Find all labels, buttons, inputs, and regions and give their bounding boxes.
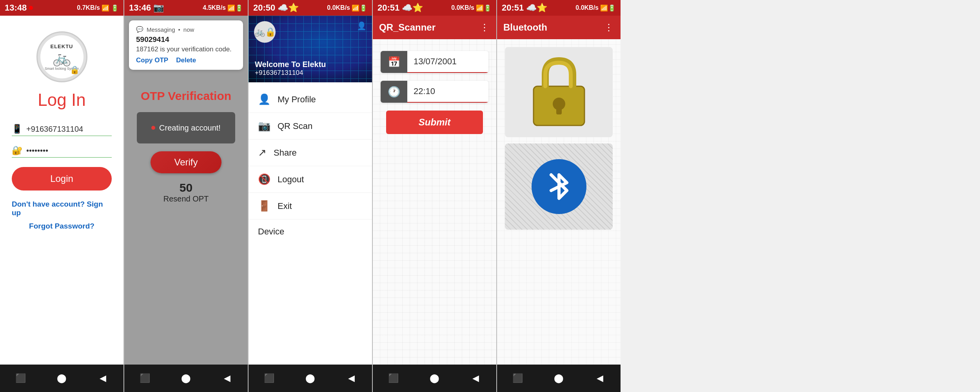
notif-body: 187162 is your verification code.	[136, 45, 236, 53]
menu-item-exit[interactable]: 🚪 Exit	[249, 193, 372, 220]
bottom-nav-qr: ⬛ ⬤ ◀	[373, 365, 496, 392]
lock-input-icon: 🔐	[12, 145, 22, 156]
bt-more-options[interactable]: ⋮	[604, 22, 614, 33]
menu-share-label: Share	[274, 148, 297, 158]
lock-icon-overlay: 🔒	[70, 65, 80, 74]
password-input[interactable]	[26, 146, 123, 155]
otp-section: OTP Verification Creating account! Verif…	[129, 78, 243, 215]
menu-item-qr[interactable]: 📷 QR Scan	[249, 113, 372, 140]
nav-home-btn-5[interactable]: ⬤	[551, 370, 567, 386]
nav-stop-btn[interactable]: ⬛	[13, 370, 29, 386]
status-bar-otp: 13:46 📷 4.5KB/s 📶🔋	[124, 0, 248, 16]
copy-otp-btn[interactable]: Copy OTP	[136, 56, 168, 64]
share-icon: ↗	[258, 147, 267, 159]
qr-icon: 📷	[258, 120, 270, 132]
notification-card: 💬 Messaging • now 59029414 187162 is you…	[129, 20, 243, 70]
notif-app: Messaging	[147, 26, 175, 33]
time-bt: 20:51	[502, 3, 524, 13]
nav-stop-btn-3[interactable]: ⬛	[261, 370, 277, 386]
menu-item-profile[interactable]: 👤 My Profile	[249, 86, 372, 113]
menu-phone: +916367131104	[255, 69, 366, 77]
date-input-row: 📅 13/07/2001	[381, 51, 488, 73]
bluetooth-screen: 20:51 ☁️⭐ 0.0KB/s 📶🔋 Bluetooth ⋮	[497, 0, 621, 392]
bt-toolbar: Bluetooth ⋮	[497, 16, 621, 39]
nav-back-btn-5[interactable]: ◀	[592, 370, 608, 386]
menu-user-icon: 👤	[357, 21, 367, 31]
otp-indicator-dot	[151, 126, 155, 130]
nav-back-btn-4[interactable]: ◀	[468, 370, 484, 386]
nav-home-btn-4[interactable]: ⬤	[427, 370, 443, 386]
phone-icon: 📱	[12, 124, 22, 134]
lock-svg	[528, 55, 590, 129]
otp-content: 💬 Messaging • now 59029414 187162 is you…	[124, 16, 248, 365]
resend-otp[interactable]: Resend OPT	[163, 194, 209, 203]
status-bar-bt: 20:51 ☁️⭐ 0.0KB/s 📶🔋	[497, 0, 621, 16]
time-value[interactable]: 22:10	[407, 81, 488, 103]
time-input-row: 🕐 22:10	[381, 81, 488, 103]
bt-bg-content	[497, 39, 621, 365]
qr-toolbar-title: QR_Scanner	[379, 22, 436, 33]
qr-scanner-screen: 20:51 ☁️⭐ 0.0KB/s 📶🔋 QR_Scanner ⋮ 📅 13/0…	[373, 0, 496, 392]
phone-input[interactable]	[26, 125, 123, 134]
signup-link[interactable]: Don't have account? Sign up	[12, 200, 112, 217]
qr-more-options[interactable]: ⋮	[480, 22, 490, 33]
bottom-nav-login: ⬛ ⬤ ◀	[0, 365, 123, 392]
submit-button[interactable]: Submit	[386, 111, 483, 134]
qr-toolbar: QR_Scanner ⋮	[373, 16, 496, 39]
bottom-nav-bt: ⬛ ⬤ ◀	[497, 365, 621, 392]
otp-title: OTP Verification	[141, 89, 231, 103]
password-input-row: 🔐	[12, 145, 112, 158]
status-bar-qr: 20:51 ☁️⭐ 0.0KB/s 📶🔋	[373, 0, 496, 16]
nav-back-btn-2[interactable]: ◀	[220, 370, 235, 386]
menu-list: 👤 My Profile 📷 QR Scan ↗ Share 📵 Logout …	[249, 82, 372, 365]
menu-qr-label: QR Scan	[278, 121, 312, 131]
menu-header: 🚲🔒 👤 Welcome To Elektu +916367131104	[249, 16, 372, 82]
time-login: 13:48	[5, 3, 27, 13]
otp-counter: 50	[180, 181, 192, 194]
lock-image-box	[505, 47, 613, 137]
nav-back-btn[interactable]: ◀	[95, 370, 111, 386]
nav-home-btn-3[interactable]: ⬤	[303, 370, 318, 386]
brand-name: ELEKTU	[51, 44, 73, 49]
otp-status: Creating account!	[159, 123, 221, 132]
nav-back-btn-3[interactable]: ◀	[344, 370, 359, 386]
date-value[interactable]: 13/07/2001	[407, 51, 488, 73]
menu-welcome: Welcome To Elektu	[255, 60, 366, 69]
nav-home-btn[interactable]: ⬤	[54, 370, 70, 386]
time-qr: 20:51	[377, 3, 399, 13]
calendar-icon: 📅	[381, 51, 407, 73]
notif-sender: 59029414	[136, 35, 236, 44]
bluetooth-circle[interactable]	[532, 159, 586, 214]
menu-item-logout[interactable]: 📵 Logout	[249, 166, 372, 193]
status-bar-login: 13:48 0.7KB/s 📶 🔋	[0, 0, 123, 16]
nav-home-btn-2[interactable]: ⬤	[178, 370, 194, 386]
nav-stop-btn-5[interactable]: ⬛	[510, 370, 526, 386]
bottom-nav-menu: ⬛ ⬤ ◀	[249, 365, 372, 392]
verify-button[interactable]: Verify	[151, 151, 221, 173]
time-menu: 20:50	[253, 3, 275, 13]
qr-bg-content: 📅 13/07/2001 🕐 22:10 Submit	[373, 39, 496, 365]
bt-toolbar-title: Bluetooth	[503, 22, 547, 33]
nav-stop-btn-4[interactable]: ⬛	[386, 370, 401, 386]
login-button[interactable]: Login	[12, 167, 112, 191]
logout-icon: 📵	[258, 173, 270, 185]
menu-logout-label: Logout	[278, 174, 304, 185]
delete-notif-btn[interactable]: Delete	[176, 56, 196, 64]
menu-item-device[interactable]: Device	[249, 220, 372, 244]
otp-screen: 13:46 📷 4.5KB/s 📶🔋 💬 Messaging • now 590…	[124, 0, 248, 392]
status-bar-menu: 20:50 ☁️⭐ 0.0KB/s 📶🔋	[249, 0, 372, 16]
nav-stop-btn-2[interactable]: ⬛	[137, 370, 153, 386]
person-icon: 👤	[258, 93, 270, 105]
menu-content: 🚲🔒 👤 Welcome To Elektu +916367131104 👤 M…	[249, 16, 372, 365]
bottom-nav-otp: ⬛ ⬤ ◀	[124, 365, 248, 392]
status-dot-login	[29, 6, 33, 10]
forgot-password-link[interactable]: Forgot Password?	[29, 222, 94, 230]
notif-header: 💬 Messaging • now	[136, 26, 236, 33]
login-screen: 13:48 0.7KB/s 📶 🔋 ELEKTU 🚲 🔒 Smart locki…	[0, 0, 123, 392]
menu-exit-label: Exit	[278, 201, 292, 211]
svg-rect-2	[556, 106, 562, 114]
notif-actions: Copy OTP Delete	[136, 56, 236, 64]
menu-logo-small: 🚲🔒	[254, 21, 276, 43]
menu-item-share[interactable]: ↗ Share	[249, 140, 372, 166]
bike-icon: 🚲	[53, 49, 71, 67]
